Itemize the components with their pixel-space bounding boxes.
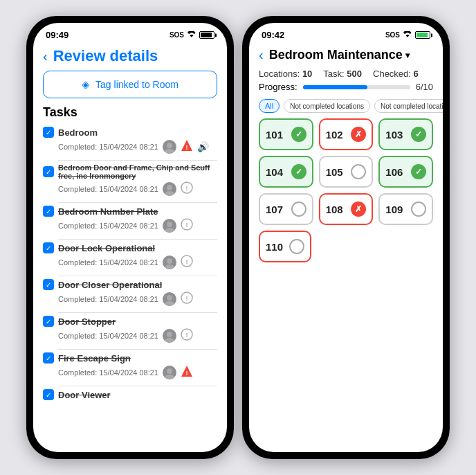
right-wifi-icon — [403, 31, 412, 39]
room-number-101: 101 — [266, 129, 283, 141]
task-name-7: Fire Escape Sign — [58, 353, 131, 364]
warning-icon-4: ! — [181, 255, 193, 270]
task-checkbox-8[interactable] — [43, 389, 54, 400]
task-avatar-3 — [163, 219, 176, 233]
left-nav-bar: ‹ Review details — [33, 43, 227, 71]
right-back-button[interactable]: ‹ — [259, 47, 264, 63]
room-card-108[interactable]: 108 ✗ — [319, 193, 374, 225]
svg-text:!: ! — [185, 222, 187, 228]
task-avatar-6 — [163, 329, 176, 343]
svg-point-19 — [167, 332, 172, 337]
svg-text:!: ! — [185, 258, 187, 265]
left-status-icons: SOS — [170, 31, 214, 39]
grid-row-1: 101 ✓ 102 ✗ 103 ✓ — [259, 118, 433, 150]
tasks-heading: Tasks — [43, 105, 217, 120]
room-card-106[interactable]: 106 ✓ — [378, 156, 433, 188]
task-avatar-2 — [163, 182, 176, 196]
task-item-6[interactable]: Door Stopper Completed: 15/04/2024 08:21… — [43, 316, 217, 343]
task-item-5[interactable]: Door Closer Operational Completed: 15/04… — [43, 279, 217, 307]
svg-point-24 — [165, 375, 174, 379]
right-time: 09:42 — [262, 30, 284, 40]
task-name-1: Bedroom — [58, 127, 98, 138]
room-card-110[interactable]: 110 — [259, 231, 311, 262]
right-sos: SOS — [385, 31, 400, 39]
tag-label: Tag linked to Room — [95, 79, 178, 90]
right-status-bar: 09:42 SOS — [249, 23, 443, 43]
task-item-3[interactable]: Bedroom Number Plate Completed: 15/04/20… — [43, 206, 217, 233]
svg-point-23 — [167, 368, 172, 374]
tag-linked-button[interactable]: ◈ Tag linked to Room — [43, 71, 217, 98]
task-checkbox-7[interactable] — [43, 352, 54, 364]
left-phone-inner: 09:49 SOS ‹ Review details ◈ Tag linked … — [33, 23, 227, 452]
right-nav-title: Bedroom Maintenance ▾ — [269, 48, 410, 62]
status-icon-109 — [411, 201, 426, 217]
filter-not-completed-2[interactable]: Not completed locations — [374, 99, 443, 113]
status-icon-106: ✓ — [411, 164, 426, 179]
warning-icon-1: ! — [181, 139, 193, 154]
task-checkbox-5[interactable] — [43, 279, 54, 290]
svg-point-15 — [167, 295, 172, 301]
task-item-bedroom[interactable]: Bedroom Completed: 15/04/2024 08:21 ! 🔊 — [43, 127, 217, 154]
tasks-section: Tasks Bedroom Completed: 15/04/2024 08:2… — [33, 105, 227, 452]
task-checkbox-2[interactable] — [43, 166, 54, 177]
left-status-bar: 09:49 SOS — [33, 23, 227, 43]
locations-value: 10 — [302, 69, 312, 79]
svg-text:!: ! — [185, 370, 187, 377]
room-card-104[interactable]: 104 ✓ — [259, 156, 313, 188]
task-checkbox-1[interactable] — [43, 127, 54, 138]
svg-point-0 — [167, 143, 172, 148]
task-checkbox-6[interactable] — [43, 316, 54, 327]
sep-6 — [58, 349, 217, 350]
status-icon-107 — [291, 201, 306, 217]
task-item-8[interactable]: Door Viewer — [43, 389, 217, 400]
screen-container: 09:49 SOS ‹ Review details ◈ Tag linked … — [19, 9, 457, 466]
task-item-7[interactable]: Fire Escape Sign Completed: 15/04/2024 0… — [43, 352, 217, 380]
chevron-down-icon[interactable]: ▾ — [405, 51, 410, 60]
svg-text:!: ! — [185, 295, 187, 302]
room-card-107[interactable]: 107 — [259, 193, 313, 225]
sep-5 — [58, 312, 217, 313]
room-number-108: 108 — [326, 204, 343, 215]
task-completed-6: Completed: 15/04/2024 08:21 — [58, 332, 158, 340]
sep-7 — [58, 386, 217, 386]
task-checkbox-4[interactable] — [43, 242, 54, 253]
left-back-button[interactable]: ‹ — [43, 48, 48, 64]
task-avatar-1 — [163, 140, 176, 154]
warning-icon-6: ! — [181, 328, 193, 343]
sound-icon-1: 🔊 — [197, 141, 209, 152]
task-checkbox-3[interactable] — [43, 206, 54, 217]
grid-row-2: 104 ✓ 105 106 ✓ — [259, 156, 433, 188]
progress-count: 6/10 — [416, 82, 433, 92]
filter-not-completed-1[interactable]: Not completed locations — [284, 99, 370, 113]
grid-row-3: 107 108 ✗ 109 — [259, 193, 433, 225]
task-name-3: Bedroom Number Plate — [58, 206, 158, 217]
room-card-102[interactable]: 102 ✗ — [319, 118, 374, 150]
warning-icon-3: ! — [181, 218, 193, 233]
filter-row: All Not completed locations Not complete… — [249, 96, 443, 118]
room-card-101[interactable]: 101 ✓ — [259, 118, 313, 150]
room-number-109: 109 — [385, 204, 403, 215]
tag-icon: ◈ — [82, 78, 90, 91]
warning-icon-5: ! — [181, 292, 193, 307]
svg-point-11 — [167, 258, 172, 264]
svg-text:!: ! — [185, 332, 187, 339]
status-icon-101: ✓ — [291, 127, 306, 142]
room-card-103[interactable]: 103 ✓ — [378, 118, 433, 150]
filter-all[interactable]: All — [259, 99, 280, 113]
task-avatar-5 — [163, 292, 176, 306]
room-card-109[interactable]: 109 — [378, 193, 433, 225]
task-item-2[interactable]: Bedroom Door and Frame, Chip and Scuff f… — [43, 163, 217, 197]
progress-row: Progress: 6/10 — [259, 82, 433, 92]
task-completed-3: Completed: 15/04/2024 08:21 — [58, 222, 158, 230]
task-completed-4: Completed: 15/04/2024 08:21 — [58, 258, 158, 267]
task-completed-5: Completed: 15/04/2024 08:21 — [58, 295, 158, 303]
room-number-106: 106 — [385, 166, 403, 178]
task-avatar-4 — [163, 256, 176, 269]
room-card-105[interactable]: 105 — [319, 156, 374, 188]
right-phone: 09:42 SOS ‹ Bedroom Maintenance ▾ — [242, 16, 450, 459]
left-time: 09:49 — [46, 30, 68, 40]
task-name-5: Door Closer Operational — [58, 280, 162, 290]
svg-point-1 — [165, 149, 174, 154]
task-item-4[interactable]: Door Lock Operational Completed: 15/04/2… — [43, 242, 217, 270]
task-name-2: Bedroom Door and Frame, Chip and Scuff f… — [58, 163, 217, 180]
